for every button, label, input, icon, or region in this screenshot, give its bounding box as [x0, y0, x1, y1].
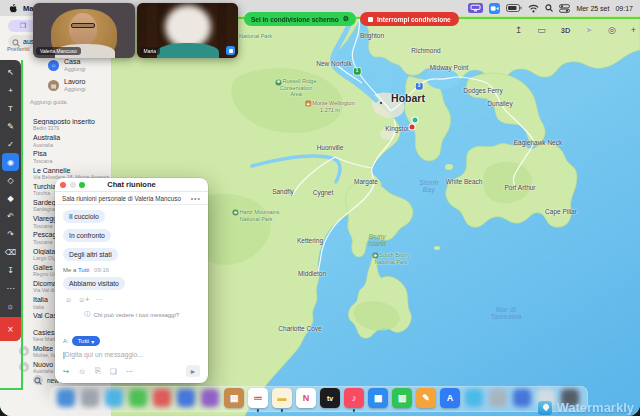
spotlight-tool[interactable]: ◉ — [2, 153, 19, 171]
control-center-icon[interactable] — [559, 4, 570, 13]
more-options-icon[interactable]: ⋯ — [126, 367, 134, 376]
map-label[interactable]: ♣Russell RidgeConservationArea — [276, 78, 317, 97]
blurred-app[interactable] — [80, 388, 100, 410]
blurred-app[interactable] — [488, 388, 508, 410]
file-icon[interactable]: ⎘ — [95, 366, 101, 376]
text-tool[interactable]: T — [0, 99, 21, 117]
sidebar-favorite-lavoro[interactable]: ▤LavoroAggiungi — [48, 78, 85, 92]
screenshot-icon[interactable]: ❏ — [110, 367, 117, 376]
battery-icon[interactable] — [506, 4, 522, 12]
chat-input[interactable]: |Digita qui un messaggio... — [63, 351, 200, 358]
blurred-app[interactable] — [512, 388, 532, 410]
spotlight-icon[interactable] — [545, 4, 553, 12]
map-label[interactable]: Huonville — [317, 144, 344, 151]
check-stamp-tool[interactable]: ✓ — [0, 135, 21, 153]
map-label[interactable]: Dodges Ferry — [463, 87, 502, 94]
keynote-icon[interactable]: ▦ — [368, 388, 388, 410]
news-icon[interactable]: N — [296, 388, 316, 410]
privacy-note[interactable]: ⓘ Chi può vedere i tuoi messaggi? — [63, 310, 200, 319]
menu-bar-time[interactable]: 09:17 — [615, 5, 633, 12]
sharing-status-pill[interactable]: Sei in condivisione schermo ⚙ — [244, 12, 356, 26]
map-label[interactable]: Port Arthur — [504, 184, 535, 191]
apple-tv-icon[interactable]: tv — [320, 388, 340, 410]
city-label[interactable]: Hobart — [391, 92, 425, 104]
blurred-app[interactable] — [56, 388, 76, 410]
dropped-pin-marker[interactable] — [410, 125, 415, 130]
map-label[interactable]: ♣Hartz MountainsNational Park — [232, 209, 279, 222]
map-label[interactable]: White Beach — [446, 178, 483, 185]
participant-video-maria[interactable]: Maria — [137, 3, 239, 58]
map-3d-button[interactable]: 3D — [561, 26, 571, 35]
reminders-icon[interactable]: ≔ — [248, 388, 268, 410]
music-icon[interactable]: ♪ — [344, 388, 364, 410]
save-tool[interactable]: ↧ — [0, 261, 21, 279]
zoom-window-button[interactable] — [79, 182, 85, 188]
wifi-icon[interactable] — [528, 4, 539, 13]
apple-menu-icon[interactable] — [9, 4, 17, 13]
map-label[interactable]: Margate — [354, 178, 378, 185]
emoji-icon[interactable]: ☺ — [78, 367, 86, 376]
clear-tool[interactable]: ⌫ — [0, 243, 21, 261]
map-label[interactable]: Kettering — [297, 237, 323, 244]
pages-icon[interactable]: ✎ — [416, 388, 436, 410]
stamp-tool[interactable]: ◆ — [0, 189, 21, 207]
blurred-app[interactable] — [176, 388, 196, 410]
close-window-button[interactable] — [60, 182, 66, 188]
map-label[interactable]: Brighton — [360, 32, 384, 39]
menu-bar-date[interactable]: Mer 25 set — [576, 5, 609, 12]
quick-reaction-icon[interactable]: ☺ — [65, 296, 72, 304]
map-card-button[interactable]: ▭ — [537, 25, 546, 35]
notes-icon[interactable]: ▬ — [272, 388, 292, 410]
chat-menu-button[interactable]: ••• — [191, 195, 201, 202]
map-label[interactable]: ♣South BrunyNational Park — [372, 252, 409, 265]
map-label[interactable]: New Norfolk — [316, 60, 351, 67]
map-label[interactable]: Richmond — [411, 47, 440, 54]
map-label[interactable]: Dunalley — [487, 100, 512, 107]
sidebar-recent-item[interactable]: AustraliaAustralia — [33, 134, 109, 148]
more-reactions-icon[interactable]: ⋯ — [95, 296, 102, 304]
sidebar-recent-item[interactable]: Segnaposto inseritoBedin 3379 — [33, 118, 109, 132]
transit-dot-marker[interactable] — [413, 118, 418, 123]
minimize-window-button[interactable] — [70, 182, 76, 188]
blurred-app[interactable] — [128, 388, 148, 410]
chat-titlebar[interactable]: Chat riunione — [55, 178, 208, 192]
map-label[interactable]: Cygnet — [313, 189, 334, 196]
app-store-icon[interactable]: A — [440, 388, 460, 410]
audience-selector[interactable]: Tutti▾ — [72, 336, 100, 346]
compass-button[interactable]: ◎ — [608, 25, 616, 35]
sidebar-recent-item[interactable]: PisaToscana — [33, 150, 109, 164]
zoom-app-icon[interactable] — [489, 3, 500, 14]
close-annotation-button[interactable]: × — [0, 317, 21, 341]
map-label[interactable]: Charlotte Cove — [278, 325, 321, 332]
sidebar-favorite-casa[interactable]: ⌂CasaAggiungi — [48, 58, 85, 72]
books-icon[interactable]: ▤ — [224, 388, 244, 410]
blurred-app[interactable] — [152, 388, 172, 410]
audience-link[interactable]: Tutti — [78, 267, 89, 273]
add-tool[interactable]: + — [0, 81, 21, 99]
map-label[interactable]: Midway Point — [430, 64, 469, 71]
redo-tool[interactable]: ↷ — [0, 225, 21, 243]
map-label[interactable]: Middleton — [298, 270, 326, 277]
map-label[interactable]: Eaglehawk Neck — [514, 139, 562, 146]
participant-video-valeria[interactable]: Valeria Mancuso — [33, 3, 135, 58]
add-reaction-icon[interactable]: ☺+ — [78, 296, 89, 304]
blurred-app[interactable] — [464, 388, 484, 410]
send-message-button[interactable]: ► — [186, 365, 200, 377]
draw-tool[interactable]: ✎ — [0, 117, 21, 135]
screen-sharing-indicator-icon[interactable] — [468, 3, 483, 13]
more-tool[interactable]: ⋯ — [0, 279, 21, 297]
map-label[interactable]: ▲Monte Wellington1.271 m — [305, 100, 354, 113]
laser-tool[interactable]: ☼ — [0, 297, 21, 315]
cursor-tool[interactable]: ↖ — [0, 63, 21, 81]
map-label[interactable]: Kingston — [385, 125, 410, 132]
blurred-app[interactable] — [200, 388, 220, 410]
undo-tool[interactable]: ↶ — [0, 207, 21, 225]
map-label[interactable]: Cape Pillar — [545, 208, 577, 215]
share-map-button[interactable]: ↥ — [515, 25, 523, 35]
zoom-in-button[interactable]: + — [631, 25, 636, 35]
guides-hint[interactable]: Aggiungi guida. — [30, 98, 68, 106]
gear-icon[interactable]: ⚙ — [343, 15, 349, 23]
current-location-button[interactable]: ➤ — [585, 25, 593, 35]
shapes-tool[interactable]: ◇ — [0, 171, 21, 189]
blurred-app[interactable] — [104, 388, 124, 410]
